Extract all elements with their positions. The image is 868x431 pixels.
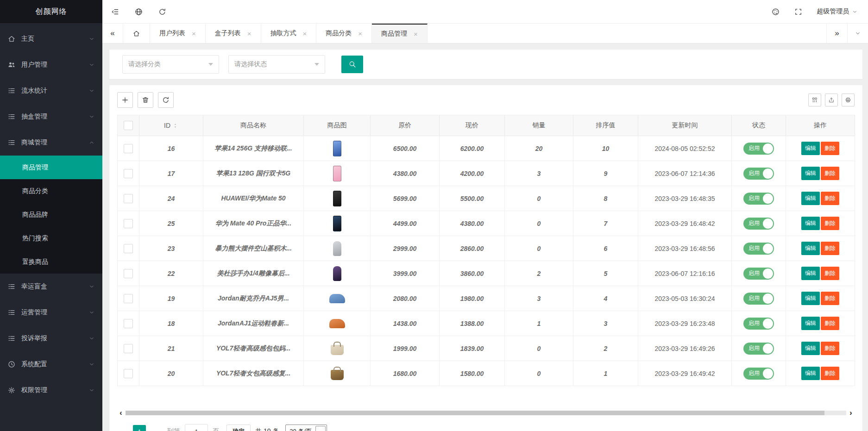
next-page-button[interactable]: › [149, 425, 162, 431]
sidebar-item-complaint[interactable]: 投诉举报 [0, 325, 102, 351]
status-toggle[interactable]: 启用 [743, 143, 774, 155]
category-select[interactable]: 请选择分类 [122, 55, 219, 74]
edit-button[interactable]: 编辑 [801, 242, 820, 255]
sidebar-subitem-goods-category[interactable]: 商品分类 [0, 179, 102, 203]
edit-button[interactable]: 编辑 [801, 292, 820, 305]
sidebar-subitem-exchange-goods[interactable]: 置换商品 [0, 250, 102, 274]
plus-button[interactable] [117, 92, 133, 108]
row-checkbox[interactable] [124, 344, 133, 353]
sidebar-subitem-goods-manage[interactable]: 商品管理 [0, 156, 102, 179]
sidebar-subitem-goods-brand[interactable]: 商品品牌 [0, 203, 102, 226]
edit-button[interactable]: 编辑 [801, 367, 820, 380]
status-toggle[interactable]: 启用 [743, 218, 774, 230]
close-icon[interactable]: × [358, 30, 362, 37]
tab-draw-type[interactable]: 抽取方式× [261, 24, 317, 43]
delete-button[interactable]: 删除 [821, 267, 839, 280]
delete-button[interactable]: 删除 [821, 367, 839, 380]
sidebar-item-operation[interactable]: 运营管理 [0, 300, 102, 325]
scrollbar-track[interactable] [126, 411, 846, 415]
user-dropdown[interactable]: 超级管理员 [817, 7, 858, 16]
close-icon[interactable]: × [247, 30, 252, 37]
tab-goods-manage[interactable]: 商品管理× [372, 24, 428, 43]
prev-page-button[interactable]: ‹ [117, 425, 130, 431]
sidebar-item-user-manage[interactable]: 用户管理 [0, 52, 102, 78]
delete-button[interactable]: 删除 [821, 242, 839, 255]
sidebar-item-box-manage[interactable]: 抽盒管理 [0, 104, 102, 130]
scroll-left-arrow[interactable]: ‹ [117, 409, 125, 417]
refresh-button[interactable] [158, 92, 174, 108]
row-checkbox[interactable] [124, 194, 133, 203]
goods-image[interactable] [333, 266, 341, 281]
goods-image[interactable] [329, 294, 345, 303]
print-button[interactable] [842, 94, 855, 106]
goods-image[interactable] [333, 166, 341, 181]
status-toggle[interactable]: 启用 [743, 293, 774, 305]
column-header[interactable]: ID [139, 115, 203, 136]
row-checkbox[interactable] [124, 319, 133, 328]
edit-button[interactable]: 编辑 [801, 342, 820, 355]
status-select[interactable]: 请选择状态 [228, 55, 325, 74]
close-icon[interactable]: × [192, 30, 196, 37]
status-toggle[interactable]: 启用 [743, 318, 774, 330]
search-button[interactable] [341, 56, 363, 73]
tab-home[interactable] [123, 24, 150, 43]
goods-image[interactable] [333, 216, 341, 231]
row-checkbox[interactable] [124, 144, 133, 153]
tab-goods-category[interactable]: 商品分类× [316, 24, 372, 43]
confirm-button[interactable]: 确定 [226, 425, 251, 431]
delete-button[interactable]: 删除 [821, 142, 839, 155]
status-toggle[interactable]: 启用 [743, 268, 774, 280]
delete-button[interactable]: 删除 [821, 167, 839, 180]
tabs-scroll-left-button[interactable]: « [102, 24, 123, 43]
status-toggle[interactable]: 启用 [743, 343, 774, 355]
export-button[interactable] [825, 94, 838, 106]
tab-box-list[interactable]: 盒子列表× [206, 24, 261, 43]
goods-image[interactable] [333, 191, 341, 206]
sidebar-item-mall-manage[interactable]: 商城管理 [0, 130, 102, 156]
delete-button[interactable]: 删除 [821, 217, 839, 230]
columns-button[interactable] [808, 94, 821, 106]
delete-button[interactable]: 删除 [821, 342, 839, 355]
sidebar-item-flow-stats[interactable]: 流水统计 [0, 78, 102, 104]
globe-icon[interactable] [134, 7, 143, 16]
status-toggle[interactable]: 启用 [743, 368, 774, 380]
current-page-button[interactable]: 1 [133, 425, 146, 431]
goods-image[interactable] [333, 141, 341, 156]
edit-button[interactable]: 编辑 [801, 167, 820, 180]
scroll-right-arrow[interactable]: › [847, 409, 855, 417]
fullscreen-icon[interactable] [794, 7, 803, 16]
sort-icon[interactable] [172, 123, 178, 129]
refresh-icon[interactable] [158, 7, 167, 16]
close-icon[interactable]: × [303, 30, 307, 37]
goods-image[interactable] [333, 241, 341, 256]
close-icon[interactable]: × [414, 31, 418, 37]
row-checkbox[interactable] [124, 169, 133, 178]
page-size-select[interactable]: 20 条/页 [285, 425, 327, 431]
scrollbar-thumb[interactable] [126, 411, 824, 415]
sidebar-item-permission[interactable]: 权限管理 [0, 377, 102, 403]
delete-button[interactable]: 删除 [821, 292, 839, 305]
delete-button[interactable]: 删除 [821, 192, 839, 205]
sidebar-item-system-config[interactable]: 系统配置 [0, 351, 102, 377]
palette-icon[interactable] [771, 7, 780, 16]
menu-collapse-icon[interactable] [111, 7, 120, 16]
edit-button[interactable]: 编辑 [801, 192, 820, 205]
edit-button[interactable]: 编辑 [801, 142, 820, 155]
goods-image[interactable] [331, 345, 344, 355]
goods-image[interactable] [331, 370, 344, 380]
goto-page-input[interactable] [185, 424, 208, 431]
tabs-dropdown-button[interactable] [847, 24, 868, 43]
status-toggle[interactable]: 启用 [743, 243, 774, 255]
tab-user-list[interactable]: 用户列表× [150, 24, 206, 43]
status-toggle[interactable]: 启用 [743, 168, 774, 180]
tabs-scroll-right-button[interactable]: » [826, 24, 847, 43]
row-checkbox[interactable] [124, 244, 133, 253]
sidebar-item-home[interactable]: 主页 [0, 26, 102, 52]
select-all-checkbox[interactable] [124, 121, 133, 130]
edit-button[interactable]: 编辑 [801, 217, 820, 230]
row-checkbox[interactable] [124, 294, 133, 303]
goods-image[interactable] [329, 319, 345, 328]
sidebar-item-lucky-box[interactable]: 幸运盲盒 [0, 274, 102, 300]
row-checkbox[interactable] [124, 219, 133, 228]
trash-button[interactable] [138, 92, 153, 108]
